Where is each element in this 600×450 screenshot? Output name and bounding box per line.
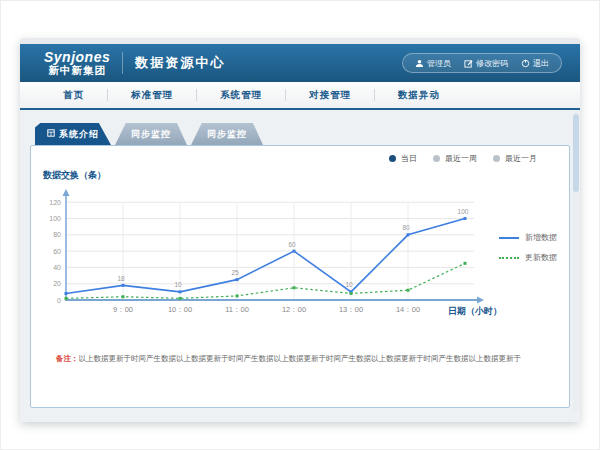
radio-dot-icon: [389, 155, 396, 162]
svg-text:10：00: 10：00: [168, 305, 192, 314]
svg-text:25: 25: [231, 269, 239, 276]
legend-label: 更新数据: [525, 252, 557, 263]
nav-item-home[interactable]: 首页: [40, 89, 107, 102]
nav-item-system-mgmt[interactable]: 系统管理: [197, 89, 285, 102]
edit-icon: [464, 59, 473, 68]
tab-system-intro[interactable]: 系统介绍: [35, 123, 111, 145]
svg-text:14：00: 14：00: [396, 305, 420, 314]
filter-label: 最近一周: [445, 153, 477, 164]
logout-button[interactable]: 退出: [521, 58, 549, 69]
header-divider: [122, 52, 123, 74]
logo-subtitle: 新中新集团: [44, 65, 110, 76]
legend-label: 新增数据: [525, 232, 557, 243]
legend-update-data: 更新数据: [499, 252, 557, 263]
nav-item-data-change[interactable]: 数据异动: [375, 89, 463, 102]
user-button[interactable]: 管理员: [415, 58, 451, 69]
app-window: Synjones 新中新集团 数据资源中心 管理员 修改密码: [20, 38, 580, 422]
svg-text:11：00: 11：00: [225, 305, 249, 314]
chart-panel: 当日 最近一周 最近一月 数据交换（条） 0204060801001209：00…: [30, 145, 570, 408]
filter-last-week[interactable]: 最近一周: [433, 153, 477, 164]
svg-text:20: 20: [53, 280, 61, 287]
radio-dot-icon: [433, 155, 440, 162]
svg-text:日期（小时）: 日期（小时）: [448, 306, 502, 316]
app-header: Synjones 新中新集团 数据资源中心 管理员 修改密码: [20, 44, 580, 82]
svg-text:120: 120: [49, 199, 61, 206]
svg-text:80: 80: [53, 231, 61, 238]
filter-label: 当日: [401, 153, 417, 164]
blue-line-icon: [499, 237, 519, 239]
user-menu: 管理员 修改密码 退出: [402, 53, 562, 73]
line-chart: 0204060801001209：0010：0011：0012：0013：001…: [36, 182, 506, 324]
svg-text:13：00: 13：00: [339, 305, 363, 314]
user-icon: [415, 59, 424, 68]
svg-text:10: 10: [345, 281, 353, 288]
svg-text:100: 100: [49, 215, 61, 222]
screen: Synjones 新中新集团 数据资源中心 管理员 修改密码: [0, 0, 600, 450]
tab-label: 系统介绍: [59, 123, 99, 146]
scrollbar-track[interactable]: [573, 112, 579, 412]
nav-item-connect-mgmt[interactable]: 对接管理: [286, 89, 374, 102]
svg-text:12：00: 12：00: [282, 305, 306, 314]
time-range-filters: 当日 最近一周 最近一月: [389, 153, 537, 164]
svg-text:60: 60: [288, 241, 296, 248]
green-dotted-line-icon: [499, 257, 519, 259]
svg-text:18: 18: [117, 275, 125, 282]
change-password-label: 修改密码: [476, 58, 508, 69]
main-nav: 首页 标准管理 系统管理 对接管理 数据异动: [20, 82, 580, 110]
svg-text:60: 60: [53, 248, 61, 255]
user-label: 管理员: [427, 58, 451, 69]
document-icon: [47, 123, 55, 146]
legend-new-data: 新增数据: [499, 232, 557, 243]
y-axis-title: 数据交换（条）: [43, 169, 106, 182]
logo-title: Synjones: [44, 50, 110, 65]
nav-item-standard-mgmt[interactable]: 标准管理: [108, 89, 196, 102]
svg-text:0: 0: [57, 297, 61, 304]
tab-sync-monitor-1[interactable]: 同步监控: [115, 123, 187, 145]
filter-today[interactable]: 当日: [389, 153, 417, 164]
logout-icon: [521, 59, 530, 68]
chart-legend: 新增数据 更新数据: [499, 232, 557, 263]
svg-text:9：00: 9：00: [113, 305, 133, 314]
content-area: 系统介绍 同步监控 同步监控 当日 最近一周: [20, 110, 580, 420]
footnote-text: 以上数据更新于时间产生数据以上数据更新于时间产生数据以上数据更新于时间产生数据以…: [79, 354, 522, 363]
tab-sync-monitor-2[interactable]: 同步监控: [191, 123, 263, 145]
change-password-button[interactable]: 修改密码: [464, 58, 508, 69]
filter-label: 最近一月: [505, 153, 537, 164]
company-logo: Synjones 新中新集团: [44, 50, 110, 76]
svg-text:40: 40: [53, 264, 61, 271]
logout-label: 退出: [533, 58, 549, 69]
footnote: 备注：以上数据更新于时间产生数据以上数据更新于时间产生数据以上数据更新于时间产生…: [56, 354, 548, 365]
radio-dot-icon: [493, 155, 500, 162]
footnote-prefix: 备注：: [56, 354, 79, 363]
page-title: 数据资源中心: [135, 54, 225, 72]
tab-bar: 系统介绍 同步监控 同步监控: [35, 123, 263, 145]
scrollbar-thumb[interactable]: [573, 114, 579, 192]
svg-text:10: 10: [174, 281, 182, 288]
filter-last-month[interactable]: 最近一月: [493, 153, 537, 164]
svg-text:80: 80: [402, 224, 410, 231]
svg-text:100: 100: [458, 208, 469, 215]
